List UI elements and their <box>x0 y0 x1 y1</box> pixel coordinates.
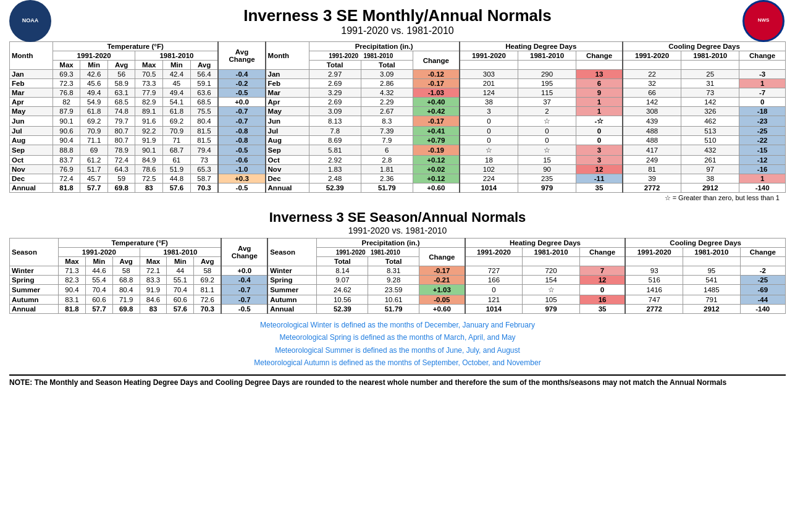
s-hdd-group-header: Heating Degree Days <box>465 239 626 248</box>
hdd-chg-cell: 9 <box>576 88 623 98</box>
cdd1-cell: 39 <box>623 174 681 184</box>
hdd1-cell: 102 <box>460 165 518 174</box>
month-col-header: Month <box>10 42 53 70</box>
st2-min-cell: 55.1 <box>167 276 194 285</box>
p-chg-cell: -0.17 <box>413 116 459 127</box>
cdd-chg-cell: -12 <box>739 156 786 165</box>
hdd-chg-cell: 12 <box>576 165 623 174</box>
s-precip-change-header: Change <box>419 248 465 266</box>
cdd-period2: 1981-2010 <box>681 51 739 61</box>
star-note: ☆ = Greater than zero, but less than 1 <box>15 194 780 202</box>
season-col-header: Season <box>10 239 59 266</box>
table-row: May 87.9 61.8 74.8 89.1 61.8 75.5 -0.7 M… <box>10 107 786 116</box>
cdd-group-header: Cooling Degree Days <box>623 42 786 51</box>
hdd-group-header: Heating Degree Days <box>460 42 623 51</box>
shdd1-cell: 166 <box>465 276 523 285</box>
temp-period1: 1991-2020 <box>53 51 135 61</box>
cdd2-cell: 513 <box>681 127 739 136</box>
st2-max-cell: 91.9 <box>140 285 167 295</box>
st1-max-cell: 90.4 <box>59 285 86 295</box>
hdd1-cell: ☆ <box>460 145 518 156</box>
scdd1-cell: 516 <box>625 276 683 285</box>
t2-avg-col: Avg <box>190 61 218 70</box>
scdd-chg-cell: -2 <box>740 266 785 276</box>
s-period-header-row: 1991-2020 1981-2010 1991-2020 1981-2010 … <box>10 248 786 257</box>
sp2-total-cell: 9.28 <box>368 276 419 285</box>
t1-max-cell: 76.8 <box>53 88 80 98</box>
sp2-total-cell: 10.61 <box>368 295 419 305</box>
t2-avg-cell: 56.4 <box>190 70 218 79</box>
t1-max-cell: 82 <box>53 98 80 107</box>
t2-avg-cell: 70.3 <box>190 184 218 193</box>
t2-max-cell: 91.6 <box>135 116 163 127</box>
hdd-chg-cell: 3 <box>576 156 623 165</box>
hdd-chg-cell: 13 <box>576 70 623 79</box>
month-cell: Dec <box>10 174 53 184</box>
month-cell2: Aug <box>266 136 309 145</box>
sp-chg-cell: +0.60 <box>419 305 465 314</box>
cdd2-cell: 31 <box>681 79 739 88</box>
t1-avg-cell: 68.5 <box>107 98 135 107</box>
shdd2-cell: 720 <box>523 266 579 276</box>
t1-avg-cell: 64.3 <box>107 165 135 174</box>
t1-avg-cell: 58.9 <box>107 79 135 88</box>
nws-logo: NWS <box>742 0 786 43</box>
hdd1-cell: 0 <box>460 116 518 127</box>
t2-min-cell: 42.4 <box>163 70 191 79</box>
cdd-chg-cell: -23 <box>739 116 786 127</box>
month-cell2: Jun <box>266 116 309 127</box>
cdd1-cell: 142 <box>623 98 681 107</box>
t2-min-cell: 45 <box>163 79 191 88</box>
sp1-total-cell: 24.62 <box>317 285 368 295</box>
t2-avg-cell: 65.3 <box>190 165 218 174</box>
t2-min-cell: 71 <box>163 136 191 145</box>
t1-avg-col: Avg <box>107 61 135 70</box>
p1-total-cell: 52.39 <box>309 184 361 193</box>
sp-chg-cell: -0.17 <box>419 266 465 276</box>
t2-avg-cell: 68.5 <box>190 98 218 107</box>
scdd-chg-cell: -44 <box>740 295 785 305</box>
p1-total-cell: 1.83 <box>309 165 361 174</box>
shdd-chg-cell: 0 <box>579 285 625 295</box>
scdd2-cell: 791 <box>683 295 740 305</box>
table-row: Winter 71.3 44.6 58 72.1 44 58 +0.0 Wint… <box>10 266 786 276</box>
p1-total-cell: 2.97 <box>309 70 361 79</box>
season-cell: Winter <box>10 266 59 276</box>
p-chg-cell: +0.79 <box>413 136 459 145</box>
cdd2-cell: 510 <box>681 136 739 145</box>
hdd1-cell: 38 <box>460 98 518 107</box>
period-header-row: 1991-2020 1981-2010 1991-2020 1981-2010 … <box>10 51 786 61</box>
p2-total-cell: 8.3 <box>361 116 413 127</box>
p-chg-cell: +0.02 <box>413 165 459 174</box>
p2-total-cell: 4.32 <box>361 88 413 98</box>
hdd1-cell: 303 <box>460 70 518 79</box>
p1-total-cell: 2.48 <box>309 174 361 184</box>
st-chg-cell: +0.0 <box>221 266 267 276</box>
season-cell2: Summer <box>267 285 317 295</box>
hdd1-cell: 0 <box>460 136 518 145</box>
cdd1-cell: 32 <box>623 79 681 88</box>
t2-max-cell: 84.9 <box>135 156 163 165</box>
t2-avg-cell: 81.5 <box>190 127 218 136</box>
t1-max-cell: 72.3 <box>53 79 80 88</box>
scdd-chg-cell: -140 <box>740 305 785 314</box>
t-chg-cell: -0.7 <box>218 116 265 127</box>
t1-min-cell: 57.7 <box>80 184 108 193</box>
cdd2-col <box>681 61 739 70</box>
t2-max-cell: 92.2 <box>135 127 163 136</box>
t1-max-cell: 81.8 <box>53 184 80 193</box>
scdd-chg-col <box>740 257 785 266</box>
cdd-change-header: Change <box>739 51 786 61</box>
hdd-period2: 1981-2010 <box>518 51 576 61</box>
sp2-total-cell: 8.31 <box>368 266 419 276</box>
cdd-period1: 1991-2020 <box>623 51 681 61</box>
season-cell2: Autumn <box>267 295 317 305</box>
t2-max-cell: 83 <box>135 184 163 193</box>
month-cell2: Nov <box>266 165 309 174</box>
table-row: Annual 81.8 57.7 69.8 83 57.6 70.3 -0.5 … <box>10 184 786 193</box>
season-cell2: Winter <box>267 266 317 276</box>
shdd2-cell: 105 <box>523 295 579 305</box>
p2-total-cell: 7.39 <box>361 127 413 136</box>
t1-min-cell: 54.9 <box>80 98 108 107</box>
st2-max-cell: 72.1 <box>140 266 167 276</box>
